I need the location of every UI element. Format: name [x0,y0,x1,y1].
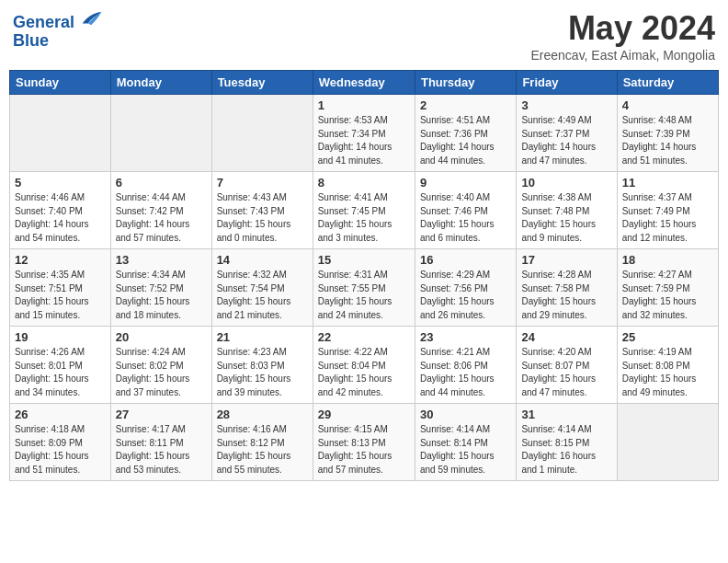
calendar-cell: 1Sunrise: 4:53 AM Sunset: 7:34 PM Daylig… [313,95,415,172]
day-number: 5 [15,176,106,190]
calendar-cell: 18Sunrise: 4:27 AM Sunset: 7:59 PM Dayli… [617,249,718,327]
day-number: 21 [217,330,308,344]
day-number: 25 [622,330,713,344]
calendar-week-row: 5Sunrise: 4:46 AM Sunset: 7:40 PM Daylig… [10,172,719,249]
day-number: 28 [217,408,308,421]
day-number: 16 [420,253,511,267]
calendar-cell: 30Sunrise: 4:14 AM Sunset: 8:14 PM Dayli… [415,404,516,481]
calendar-cell: 12Sunrise: 4:35 AM Sunset: 7:51 PM Dayli… [10,249,111,327]
calendar-week-row: 12Sunrise: 4:35 AM Sunset: 7:51 PM Dayli… [10,249,719,327]
day-info: Sunrise: 4:27 AM Sunset: 7:59 PM Dayligh… [622,269,713,322]
logo: General Blue [13,9,103,51]
day-info: Sunrise: 4:38 AM Sunset: 7:48 PM Dayligh… [521,191,611,245]
column-header-thursday: Thursday [415,71,516,95]
day-info: Sunrise: 4:18 AM Sunset: 8:09 PM Dayligh… [15,423,106,477]
calendar-week-row: 26Sunrise: 4:18 AM Sunset: 8:09 PM Dayli… [10,404,719,481]
day-info: Sunrise: 4:14 AM Sunset: 8:14 PM Dayligh… [420,423,511,477]
calendar-cell: 27Sunrise: 4:17 AM Sunset: 8:11 PM Dayli… [110,404,211,481]
day-number: 18 [622,253,713,267]
logo-bird-icon [81,9,103,28]
calendar-week-row: 19Sunrise: 4:26 AM Sunset: 8:01 PM Dayli… [10,327,719,404]
day-info: Sunrise: 4:51 AM Sunset: 7:36 PM Dayligh… [420,114,511,167]
calendar-cell: 26Sunrise: 4:18 AM Sunset: 8:09 PM Dayli… [10,404,111,481]
calendar-cell: 16Sunrise: 4:29 AM Sunset: 7:56 PM Dayli… [415,249,516,327]
day-number: 17 [521,253,611,267]
day-number: 22 [318,330,410,344]
day-info: Sunrise: 4:35 AM Sunset: 7:51 PM Dayligh… [15,269,106,322]
day-info: Sunrise: 4:44 AM Sunset: 7:42 PM Dayligh… [116,191,207,245]
day-number: 3 [521,98,611,112]
day-info: Sunrise: 4:21 AM Sunset: 8:06 PM Dayligh… [420,346,511,399]
column-header-friday: Friday [517,71,617,95]
day-info: Sunrise: 4:28 AM Sunset: 7:58 PM Dayligh… [521,269,611,322]
day-number: 29 [318,408,410,421]
day-info: Sunrise: 4:46 AM Sunset: 7:40 PM Dayligh… [15,191,106,245]
day-number: 7 [217,176,308,190]
calendar-cell: 24Sunrise: 4:20 AM Sunset: 8:07 PM Dayli… [517,327,617,404]
day-number: 11 [622,176,713,190]
day-number: 13 [116,253,207,267]
calendar-cell [617,404,718,481]
calendar-cell: 14Sunrise: 4:32 AM Sunset: 7:54 PM Dayli… [211,249,313,327]
day-number: 14 [217,253,308,267]
location-subtitle: Ereencav, East Aimak, Mongolia [530,48,715,63]
day-info: Sunrise: 4:15 AM Sunset: 8:13 PM Dayligh… [318,423,410,477]
day-info: Sunrise: 4:32 AM Sunset: 7:54 PM Dayligh… [217,269,308,322]
day-info: Sunrise: 4:31 AM Sunset: 7:55 PM Dayligh… [318,269,410,322]
calendar-cell: 13Sunrise: 4:34 AM Sunset: 7:52 PM Dayli… [110,249,211,327]
day-info: Sunrise: 4:40 AM Sunset: 7:46 PM Dayligh… [420,191,511,245]
day-number: 20 [116,330,207,344]
day-info: Sunrise: 4:14 AM Sunset: 8:15 PM Dayligh… [521,423,611,477]
day-number: 26 [15,408,106,421]
calendar-cell: 21Sunrise: 4:23 AM Sunset: 8:03 PM Dayli… [211,327,313,404]
day-number: 9 [420,176,511,190]
calendar-cell: 20Sunrise: 4:24 AM Sunset: 8:02 PM Dayli… [110,327,211,404]
day-info: Sunrise: 4:17 AM Sunset: 8:11 PM Dayligh… [116,423,207,477]
day-info: Sunrise: 4:43 AM Sunset: 7:43 PM Dayligh… [217,191,308,245]
day-number: 6 [116,176,207,190]
day-info: Sunrise: 4:24 AM Sunset: 8:02 PM Dayligh… [116,346,207,399]
page-header: General Blue May 2024 Ereencav, East Aim… [9,9,719,63]
calendar-cell: 31Sunrise: 4:14 AM Sunset: 8:15 PM Dayli… [517,404,617,481]
calendar-cell: 4Sunrise: 4:48 AM Sunset: 7:39 PM Daylig… [617,95,718,172]
column-header-monday: Monday [110,71,211,95]
day-info: Sunrise: 4:34 AM Sunset: 7:52 PM Dayligh… [116,269,207,322]
day-number: 15 [318,253,410,267]
day-info: Sunrise: 4:53 AM Sunset: 7:34 PM Dayligh… [318,114,410,167]
calendar-cell: 8Sunrise: 4:41 AM Sunset: 7:45 PM Daylig… [313,172,415,249]
column-header-wednesday: Wednesday [313,71,415,95]
calendar-cell: 23Sunrise: 4:21 AM Sunset: 8:06 PM Dayli… [415,327,516,404]
day-number: 8 [318,176,410,190]
calendar-cell: 7Sunrise: 4:43 AM Sunset: 7:43 PM Daylig… [211,172,313,249]
day-number: 19 [15,330,106,344]
calendar-cell: 10Sunrise: 4:38 AM Sunset: 7:48 PM Dayli… [517,172,617,249]
column-header-tuesday: Tuesday [211,71,313,95]
day-info: Sunrise: 4:37 AM Sunset: 7:49 PM Dayligh… [622,191,713,245]
calendar-cell: 9Sunrise: 4:40 AM Sunset: 7:46 PM Daylig… [415,172,516,249]
day-info: Sunrise: 4:16 AM Sunset: 8:12 PM Dayligh… [217,423,308,477]
calendar-cell: 17Sunrise: 4:28 AM Sunset: 7:58 PM Dayli… [517,249,617,327]
day-info: Sunrise: 4:41 AM Sunset: 7:45 PM Dayligh… [318,191,410,245]
day-info: Sunrise: 4:22 AM Sunset: 8:04 PM Dayligh… [318,346,410,399]
day-number: 31 [521,408,611,421]
day-number: 23 [420,330,511,344]
logo-general: General [13,13,74,31]
calendar-cell: 19Sunrise: 4:26 AM Sunset: 8:01 PM Dayli… [10,327,111,404]
column-header-sunday: Sunday [10,71,111,95]
calendar-cell: 22Sunrise: 4:22 AM Sunset: 8:04 PM Dayli… [313,327,415,404]
calendar-cell: 5Sunrise: 4:46 AM Sunset: 7:40 PM Daylig… [10,172,111,249]
day-info: Sunrise: 4:23 AM Sunset: 8:03 PM Dayligh… [217,346,308,399]
day-number: 30 [420,408,511,421]
day-number: 10 [521,176,611,190]
day-info: Sunrise: 4:48 AM Sunset: 7:39 PM Dayligh… [622,114,713,167]
calendar-cell: 11Sunrise: 4:37 AM Sunset: 7:49 PM Dayli… [617,172,718,249]
logo-text: General Blue [13,9,103,51]
day-number: 24 [521,330,611,344]
calendar-week-row: 1Sunrise: 4:53 AM Sunset: 7:34 PM Daylig… [10,95,719,172]
calendar-header-row: SundayMondayTuesdayWednesdayThursdayFrid… [10,71,719,95]
calendar-table: SundayMondayTuesdayWednesdayThursdayFrid… [9,70,719,481]
day-info: Sunrise: 4:19 AM Sunset: 8:08 PM Dayligh… [622,346,713,399]
calendar-cell: 29Sunrise: 4:15 AM Sunset: 8:13 PM Dayli… [313,404,415,481]
day-info: Sunrise: 4:49 AM Sunset: 7:37 PM Dayligh… [521,114,611,167]
calendar-cell: 6Sunrise: 4:44 AM Sunset: 7:42 PM Daylig… [110,172,211,249]
